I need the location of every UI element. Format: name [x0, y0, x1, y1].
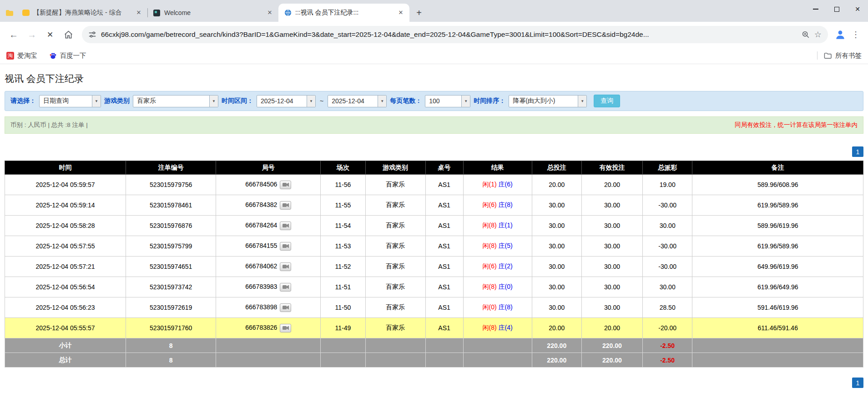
cell-game-type: 百家乐 — [365, 297, 425, 318]
bookmark-baidu[interactable]: 百度一下 — [49, 51, 86, 60]
bookmark-aitaobao[interactable]: 淘 爱淘宝 — [6, 51, 37, 60]
cell-bet-id: 523015979756 — [126, 175, 216, 195]
result-banker: 庄(8) — [499, 303, 513, 311]
cell-total-bet[interactable]: 30.00 — [532, 297, 581, 318]
cell-total-bet[interactable]: 20.00 — [532, 175, 581, 195]
cell-game-type: 百家乐 — [365, 257, 425, 277]
close-button[interactable]: ✕ — [847, 0, 868, 18]
cell-payout: -20.00 — [642, 318, 692, 338]
video-replay-icon[interactable] — [280, 324, 291, 332]
tab-welcome[interactable]: Welcome ✕ — [147, 4, 278, 22]
video-replay-icon[interactable] — [280, 262, 291, 271]
date-end-input[interactable]: 2025-12-04 ▼ — [328, 95, 387, 107]
date-end-value: 2025-12-04 — [328, 96, 378, 107]
bookmark-label: 爱淘宝 — [17, 51, 37, 60]
game-type-select[interactable]: 百家乐 ▼ — [133, 95, 218, 107]
result-banker: 庄(2) — [499, 262, 513, 270]
round-number: 666784506 — [245, 181, 277, 188]
cell-table-no: AS1 — [425, 318, 463, 338]
bookmark-star-icon[interactable]: ☆ — [814, 30, 822, 40]
maximize-button[interactable] — [826, 0, 847, 18]
cell-payout: -30.00 — [642, 236, 692, 257]
table-row: 2025-12-04 05:57:55 523015975799 6667841… — [5, 236, 863, 257]
cell-game-type: 百家乐 — [365, 216, 425, 236]
date-start-value: 2025-12-04 — [257, 96, 307, 107]
search-button[interactable]: 查询 — [594, 95, 620, 107]
subtotal-valid-bet: 220.00 — [581, 338, 642, 353]
site-settings-icon[interactable] — [88, 30, 96, 39]
cell-session: 11-51 — [321, 277, 365, 297]
chevron-down-icon[interactable]: ▼ — [209, 96, 218, 107]
cell-result: 闲(6) 庄(2) — [463, 257, 532, 277]
table-row: 2025-12-04 05:59:14 523015978461 6667843… — [5, 195, 863, 216]
video-replay-icon[interactable] — [280, 222, 291, 230]
page-1-button[interactable]: 1 — [852, 146, 863, 157]
cell-total-bet[interactable]: 30.00 — [532, 236, 581, 257]
tab-close-icon[interactable]: ✕ — [397, 9, 405, 17]
cell-bet-id: 523015976876 — [126, 216, 216, 236]
page-content: 视讯 会员下注纪录 请选择： 日期查询 ▼ 游戏类别 百家乐 ▼ 时间区间： 2… — [0, 72, 868, 388]
cell-total-bet[interactable]: 30.00 — [532, 195, 581, 216]
total-row: 总计 8 220.00 220.00 -2.50 — [5, 353, 863, 368]
video-replay-icon[interactable] — [280, 242, 291, 251]
tab-bet-records[interactable]: :::视讯 会员下注纪录::: ✕ — [278, 4, 409, 22]
page-1-button[interactable]: 1 — [852, 378, 863, 388]
video-replay-icon[interactable] — [280, 201, 291, 210]
header-round: 局号 — [216, 161, 321, 175]
bookmark-label: 百度一下 — [60, 51, 86, 60]
all-bookmarks-button[interactable]: 所有书签 — [835, 51, 862, 60]
result-player: 闲(8) — [483, 222, 497, 229]
video-replay-icon[interactable] — [280, 303, 291, 312]
sort-select[interactable]: 降幂(由大到小) ▼ — [509, 95, 587, 107]
stop-button[interactable]: ✕ — [42, 26, 58, 43]
cell-table-no: AS1 — [425, 297, 463, 318]
video-replay-icon[interactable] — [280, 181, 291, 189]
round-number: 666784155 — [245, 242, 277, 249]
cell-valid-bet: 30.00 — [581, 195, 642, 216]
result-banker: 庄(4) — [499, 324, 513, 331]
url-text[interactable]: 66cxkj98.com/game/betrecord_search/kind3… — [101, 30, 797, 39]
zoom-icon[interactable] — [802, 30, 810, 39]
address-bar[interactable]: 66cxkj98.com/game/betrecord_search/kind3… — [82, 26, 828, 43]
query-type-select[interactable]: 日期查询 ▼ — [39, 95, 101, 107]
cell-total-bet[interactable]: 30.00 — [532, 257, 581, 277]
new-tab-button[interactable]: + — [412, 6, 426, 20]
minimize-button[interactable] — [805, 0, 826, 18]
tab-title: 【新提醒】海燕策略论坛 - 综合 — [33, 9, 131, 17]
tab-close-icon[interactable]: ✕ — [266, 9, 274, 17]
home-button[interactable] — [60, 26, 76, 43]
cell-round: 666784062 — [216, 257, 321, 277]
page-size-select[interactable]: 100 ▼ — [425, 95, 470, 107]
result-banker: 庄(6) — [499, 181, 513, 188]
forum-favicon-icon — [22, 9, 30, 17]
chevron-down-icon[interactable]: ▼ — [378, 96, 386, 107]
tab-title: :::视讯 会员下注纪录::: — [295, 9, 393, 17]
cell-bet-id: 523015972619 — [126, 297, 216, 318]
profile-avatar[interactable] — [833, 28, 847, 41]
chevron-down-icon[interactable]: ▼ — [578, 96, 586, 107]
browser-tab-strip: 【新提醒】海燕策略论坛 - 综合 ✕ Welcome ✕ :::视讯 会员下注纪… — [0, 0, 868, 22]
subtotal-label: 小计 — [5, 338, 126, 353]
back-button[interactable]: ← — [5, 26, 22, 43]
cell-table-no: AS1 — [425, 195, 463, 216]
subtotal-count: 8 — [126, 338, 216, 353]
chevron-down-icon[interactable]: ▼ — [92, 96, 101, 107]
game-type-value: 百家乐 — [133, 96, 209, 107]
tab-close-icon[interactable]: ✕ — [135, 9, 143, 17]
cell-time: 2025-12-04 05:58:28 — [5, 216, 126, 236]
cell-result: 闲(0) 庄(8) — [463, 297, 532, 318]
round-number: 666784382 — [245, 201, 277, 208]
cell-total-bet[interactable]: 30.00 — [532, 277, 581, 297]
chevron-down-icon[interactable]: ▼ — [461, 96, 470, 107]
result-player: 闲(8) — [483, 242, 497, 249]
taobao-icon: 淘 — [6, 52, 14, 60]
tab-forum[interactable]: 【新提醒】海燕策略论坛 - 综合 ✕ — [16, 4, 147, 22]
chevron-down-icon[interactable]: ▼ — [307, 96, 315, 107]
tab-title: Welcome — [164, 9, 262, 16]
menu-icon[interactable]: ⋮ — [849, 30, 863, 40]
forward-button[interactable]: → — [24, 26, 40, 43]
date-start-input[interactable]: 2025-12-04 ▼ — [257, 95, 316, 107]
cell-total-bet[interactable]: 20.00 — [532, 318, 581, 338]
video-replay-icon[interactable] — [280, 283, 291, 292]
cell-total-bet[interactable]: 30.00 — [532, 216, 581, 236]
